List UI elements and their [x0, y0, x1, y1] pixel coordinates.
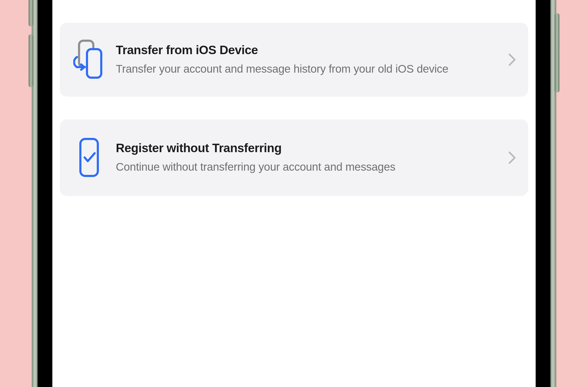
option-description: Continue without transferring your accou…: [116, 160, 497, 174]
device-mockup-backdrop: Transfer from iOS Device Transfer your a…: [0, 0, 588, 387]
transfer-devices-icon: [72, 39, 106, 81]
device-check-icon: [72, 135, 106, 180]
phone-button-left-lower: [29, 34, 33, 87]
option-title: Transfer from iOS Device: [116, 43, 497, 57]
svg-rect-3: [80, 139, 98, 176]
chevron-right-icon: [507, 53, 518, 66]
svg-rect-1: [87, 49, 101, 78]
option-register-without-transferring[interactable]: Register without Transferring Continue w…: [60, 119, 528, 196]
option-description: Transfer your account and message histor…: [116, 62, 497, 76]
option-title: Register without Transferring: [116, 141, 497, 155]
phone-button-left-upper: [29, 0, 33, 26]
phone-button-right: [555, 13, 559, 92]
chevron-right-icon: [507, 151, 518, 164]
screen-content: Transfer from iOS Device Transfer your a…: [52, 0, 536, 387]
option-transfer-from-ios[interactable]: Transfer from iOS Device Transfer your a…: [60, 23, 528, 97]
